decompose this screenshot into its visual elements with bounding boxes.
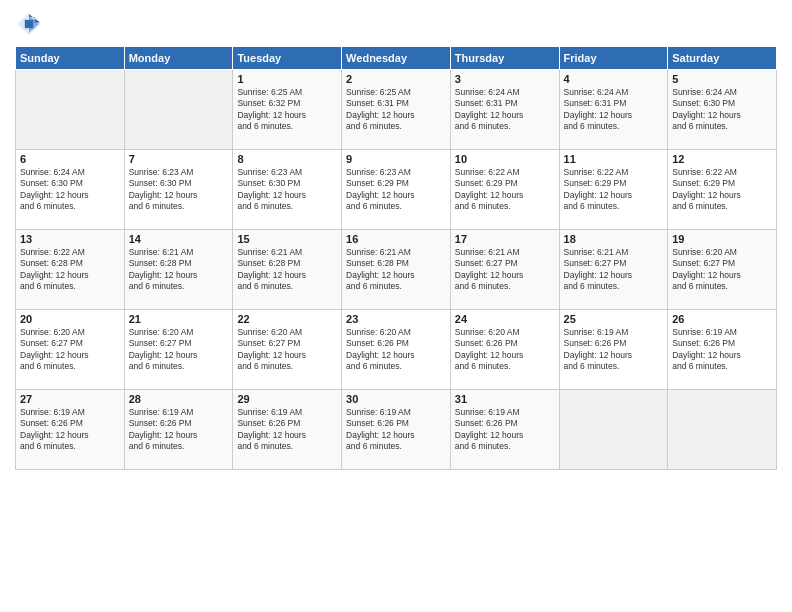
calendar-cell: 21Sunrise: 6:20 AM Sunset: 6:27 PM Dayli…: [124, 310, 233, 390]
calendar-cell: 12Sunrise: 6:22 AM Sunset: 6:29 PM Dayli…: [668, 150, 777, 230]
day-info: Sunrise: 6:19 AM Sunset: 6:26 PM Dayligh…: [20, 407, 120, 453]
calendar-cell: 5Sunrise: 6:24 AM Sunset: 6:30 PM Daylig…: [668, 70, 777, 150]
day-number: 23: [346, 313, 446, 325]
day-number: 12: [672, 153, 772, 165]
header: [15, 10, 777, 38]
day-number: 7: [129, 153, 229, 165]
day-number: 11: [564, 153, 664, 165]
header-thursday: Thursday: [450, 47, 559, 70]
calendar-cell: 11Sunrise: 6:22 AM Sunset: 6:29 PM Dayli…: [559, 150, 668, 230]
header-friday: Friday: [559, 47, 668, 70]
day-number: 8: [237, 153, 337, 165]
day-info: Sunrise: 6:21 AM Sunset: 6:28 PM Dayligh…: [346, 247, 446, 293]
day-number: 15: [237, 233, 337, 245]
day-info: Sunrise: 6:21 AM Sunset: 6:28 PM Dayligh…: [129, 247, 229, 293]
calendar-cell: 13Sunrise: 6:22 AM Sunset: 6:28 PM Dayli…: [16, 230, 125, 310]
calendar-cell: 14Sunrise: 6:21 AM Sunset: 6:28 PM Dayli…: [124, 230, 233, 310]
day-info: Sunrise: 6:20 AM Sunset: 6:27 PM Dayligh…: [129, 327, 229, 373]
day-info: Sunrise: 6:25 AM Sunset: 6:31 PM Dayligh…: [346, 87, 446, 133]
day-number: 6: [20, 153, 120, 165]
calendar-cell: 4Sunrise: 6:24 AM Sunset: 6:31 PM Daylig…: [559, 70, 668, 150]
calendar-cell: 9Sunrise: 6:23 AM Sunset: 6:29 PM Daylig…: [342, 150, 451, 230]
day-info: Sunrise: 6:19 AM Sunset: 6:26 PM Dayligh…: [564, 327, 664, 373]
day-info: Sunrise: 6:21 AM Sunset: 6:27 PM Dayligh…: [564, 247, 664, 293]
day-info: Sunrise: 6:20 AM Sunset: 6:26 PM Dayligh…: [455, 327, 555, 373]
day-info: Sunrise: 6:22 AM Sunset: 6:29 PM Dayligh…: [672, 167, 772, 213]
day-number: 30: [346, 393, 446, 405]
day-info: Sunrise: 6:20 AM Sunset: 6:27 PM Dayligh…: [20, 327, 120, 373]
calendar-cell: 25Sunrise: 6:19 AM Sunset: 6:26 PM Dayli…: [559, 310, 668, 390]
day-number: 16: [346, 233, 446, 245]
header-saturday: Saturday: [668, 47, 777, 70]
header-monday: Monday: [124, 47, 233, 70]
header-tuesday: Tuesday: [233, 47, 342, 70]
calendar-cell: 19Sunrise: 6:20 AM Sunset: 6:27 PM Dayli…: [668, 230, 777, 310]
day-info: Sunrise: 6:22 AM Sunset: 6:29 PM Dayligh…: [455, 167, 555, 213]
calendar-cell: 26Sunrise: 6:19 AM Sunset: 6:26 PM Dayli…: [668, 310, 777, 390]
calendar-week-1: 1Sunrise: 6:25 AM Sunset: 6:32 PM Daylig…: [16, 70, 777, 150]
calendar-table: SundayMondayTuesdayWednesdayThursdayFrid…: [15, 46, 777, 470]
day-info: Sunrise: 6:24 AM Sunset: 6:30 PM Dayligh…: [672, 87, 772, 133]
day-number: 2: [346, 73, 446, 85]
calendar-cell: 1Sunrise: 6:25 AM Sunset: 6:32 PM Daylig…: [233, 70, 342, 150]
day-number: 19: [672, 233, 772, 245]
day-info: Sunrise: 6:19 AM Sunset: 6:26 PM Dayligh…: [129, 407, 229, 453]
day-info: Sunrise: 6:20 AM Sunset: 6:27 PM Dayligh…: [237, 327, 337, 373]
day-number: 1: [237, 73, 337, 85]
logo: [15, 10, 47, 38]
day-info: Sunrise: 6:23 AM Sunset: 6:30 PM Dayligh…: [237, 167, 337, 213]
calendar-cell: [559, 390, 668, 470]
day-number: 3: [455, 73, 555, 85]
calendar-cell: 24Sunrise: 6:20 AM Sunset: 6:26 PM Dayli…: [450, 310, 559, 390]
calendar-page: SundayMondayTuesdayWednesdayThursdayFrid…: [0, 0, 792, 612]
day-info: Sunrise: 6:19 AM Sunset: 6:26 PM Dayligh…: [672, 327, 772, 373]
day-number: 26: [672, 313, 772, 325]
day-number: 18: [564, 233, 664, 245]
day-number: 29: [237, 393, 337, 405]
day-info: Sunrise: 6:20 AM Sunset: 6:26 PM Dayligh…: [346, 327, 446, 373]
day-number: 21: [129, 313, 229, 325]
calendar-cell: [124, 70, 233, 150]
calendar-header-row: SundayMondayTuesdayWednesdayThursdayFrid…: [16, 47, 777, 70]
day-info: Sunrise: 6:22 AM Sunset: 6:29 PM Dayligh…: [564, 167, 664, 213]
header-sunday: Sunday: [16, 47, 125, 70]
calendar-cell: [668, 390, 777, 470]
day-info: Sunrise: 6:19 AM Sunset: 6:26 PM Dayligh…: [237, 407, 337, 453]
day-info: Sunrise: 6:21 AM Sunset: 6:27 PM Dayligh…: [455, 247, 555, 293]
day-number: 27: [20, 393, 120, 405]
day-info: Sunrise: 6:22 AM Sunset: 6:28 PM Dayligh…: [20, 247, 120, 293]
day-number: 5: [672, 73, 772, 85]
header-wednesday: Wednesday: [342, 47, 451, 70]
calendar-cell: 28Sunrise: 6:19 AM Sunset: 6:26 PM Dayli…: [124, 390, 233, 470]
day-number: 22: [237, 313, 337, 325]
calendar-week-4: 20Sunrise: 6:20 AM Sunset: 6:27 PM Dayli…: [16, 310, 777, 390]
day-number: 14: [129, 233, 229, 245]
day-number: 20: [20, 313, 120, 325]
day-info: Sunrise: 6:24 AM Sunset: 6:30 PM Dayligh…: [20, 167, 120, 213]
calendar-cell: 27Sunrise: 6:19 AM Sunset: 6:26 PM Dayli…: [16, 390, 125, 470]
calendar-cell: 20Sunrise: 6:20 AM Sunset: 6:27 PM Dayli…: [16, 310, 125, 390]
calendar-week-2: 6Sunrise: 6:24 AM Sunset: 6:30 PM Daylig…: [16, 150, 777, 230]
day-number: 17: [455, 233, 555, 245]
day-info: Sunrise: 6:21 AM Sunset: 6:28 PM Dayligh…: [237, 247, 337, 293]
day-info: Sunrise: 6:25 AM Sunset: 6:32 PM Dayligh…: [237, 87, 337, 133]
day-number: 9: [346, 153, 446, 165]
logo-icon: [15, 10, 43, 38]
calendar-cell: 30Sunrise: 6:19 AM Sunset: 6:26 PM Dayli…: [342, 390, 451, 470]
svg-marker-2: [25, 20, 33, 28]
day-number: 25: [564, 313, 664, 325]
calendar-cell: 10Sunrise: 6:22 AM Sunset: 6:29 PM Dayli…: [450, 150, 559, 230]
day-info: Sunrise: 6:24 AM Sunset: 6:31 PM Dayligh…: [564, 87, 664, 133]
day-info: Sunrise: 6:23 AM Sunset: 6:29 PM Dayligh…: [346, 167, 446, 213]
calendar-cell: 2Sunrise: 6:25 AM Sunset: 6:31 PM Daylig…: [342, 70, 451, 150]
calendar-cell: 6Sunrise: 6:24 AM Sunset: 6:30 PM Daylig…: [16, 150, 125, 230]
calendar-cell: 22Sunrise: 6:20 AM Sunset: 6:27 PM Dayli…: [233, 310, 342, 390]
day-info: Sunrise: 6:23 AM Sunset: 6:30 PM Dayligh…: [129, 167, 229, 213]
calendar-cell: 18Sunrise: 6:21 AM Sunset: 6:27 PM Dayli…: [559, 230, 668, 310]
day-info: Sunrise: 6:24 AM Sunset: 6:31 PM Dayligh…: [455, 87, 555, 133]
calendar-cell: 8Sunrise: 6:23 AM Sunset: 6:30 PM Daylig…: [233, 150, 342, 230]
day-number: 4: [564, 73, 664, 85]
day-info: Sunrise: 6:19 AM Sunset: 6:26 PM Dayligh…: [455, 407, 555, 453]
calendar-cell: 23Sunrise: 6:20 AM Sunset: 6:26 PM Dayli…: [342, 310, 451, 390]
calendar-cell: [16, 70, 125, 150]
